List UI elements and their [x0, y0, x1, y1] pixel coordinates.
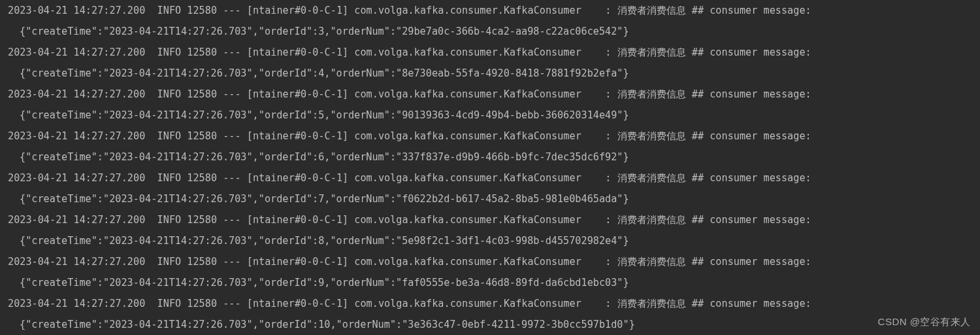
log-body-line: {"createTime":"2023-04-21T14:27:26.703",… [8, 147, 977, 168]
log-body-line: {"createTime":"2023-04-21T14:27:26.703",… [8, 230, 977, 251]
log-body-line: {"createTime":"2023-04-21T14:27:26.703",… [8, 188, 977, 209]
log-header-line: 2023-04-21 14:27:27.200 INFO 12580 --- [… [8, 293, 977, 314]
log-body-line: {"createTime":"2023-04-21T14:27:26.703",… [8, 21, 977, 42]
log-header-line: 2023-04-21 14:27:27.200 INFO 12580 --- [… [8, 168, 977, 188]
log-body-line: {"createTime":"2023-04-21T14:27:26.703",… [8, 272, 977, 293]
log-header-line: 2023-04-21 14:27:27.200 INFO 12580 --- [… [8, 0, 977, 21]
log-body-line: {"createTime":"2023-04-21T14:27:26.703",… [8, 314, 977, 335]
log-header-line: 2023-04-21 14:27:27.200 INFO 12580 --- [… [8, 251, 977, 272]
watermark: CSDN @空谷有来人 [878, 316, 971, 328]
log-body-line: {"createTime":"2023-04-21T14:27:26.703",… [8, 63, 977, 84]
log-body-line: {"createTime":"2023-04-21T14:27:26.703",… [8, 105, 977, 126]
log-header-line: 2023-04-21 14:27:27.200 INFO 12580 --- [… [8, 42, 977, 63]
log-header-line: 2023-04-21 14:27:27.200 INFO 12580 --- [… [8, 126, 977, 147]
log-header-line: 2023-04-21 14:27:27.200 INFO 12580 --- [… [8, 84, 977, 105]
log-header-line: 2023-04-21 14:27:27.200 INFO 12580 --- [… [8, 209, 977, 230]
log-console: 2023-04-21 14:27:27.200 INFO 12580 --- [… [0, 0, 980, 335]
